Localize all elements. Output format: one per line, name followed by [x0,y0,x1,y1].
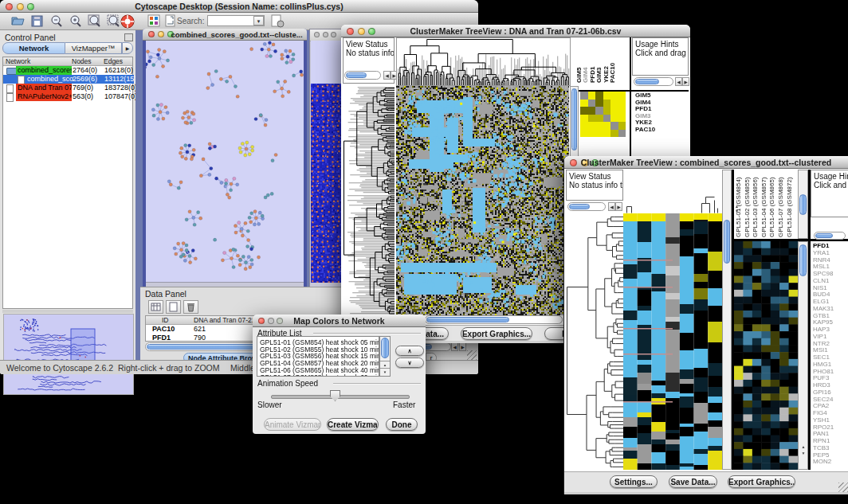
attribute-listbox[interactable]: GPL51-01 (GSM854) heat shock 05 minGPL51… [257,336,379,377]
minimize-icon[interactable] [323,32,328,37]
tab-vizmapper[interactable]: VizMapper™ [65,42,122,54]
tv2-gene-list: PFD1YRA1RNR4MSL1SPC98CLN1NIS1BUD4ELG1MAK… [811,242,848,470]
preview-icon[interactable] [164,14,178,28]
panel-divider-handle[interactable] [2,310,133,313]
tv2-column-dendrogram[interactable] [623,170,722,213]
tv2-usage-scrollbar[interactable] [814,232,846,240]
create-attribute-button[interactable] [166,300,181,314]
network-overview[interactable] [3,314,134,395]
scroll-left-button[interactable]: ◀ [675,77,682,86]
export-graphics-button[interactable]: Export Graphics... [728,475,795,488]
tv1-column-dendrogram[interactable] [396,37,571,86]
network-table-row[interactable]: combined_sco2569(6)13112(15) [3,75,134,84]
tv2-zoom-heatmap[interactable] [734,241,798,470]
tv2-vscrollbar[interactable] [722,170,732,470]
network-window-inactive[interactable] [309,29,344,288]
treeview2-window: ClusterMaker TreeView : combined_scores_… [563,156,848,494]
search-dropdown-button[interactable]: ▼ [253,16,264,25]
export-graphics-button[interactable]: Export Graphics... [461,327,532,340]
tv1-usage-hints: Usage Hints Click and drag to [632,37,689,76]
vizmapper-icon[interactable] [147,14,161,28]
list-scrollbar[interactable]: ▲ ▼ [379,336,391,377]
tv1-title-bar[interactable]: ClusterMaker TreeView : DNA and Tran 07-… [341,25,690,37]
attribute-select-button[interactable] [148,300,163,314]
save-data-button[interactable]: Save Data... [669,475,717,488]
scroll-down-button[interactable]: ▼ [380,368,390,376]
network-table-row[interactable]: RNAPuberNov2+!563(0)107847(0) [3,92,134,101]
tv1-row-dendrogram[interactable] [343,86,395,315]
view-status-text: No status info f [344,49,394,57]
tab-overflow-button[interactable]: ▶ [122,42,133,54]
animate-vizmapbutton[interactable]: Animate Vizmap [264,418,321,431]
tv2-label-scrollbar[interactable] [798,170,808,239]
scroll-left-button[interactable]: ◀ [451,342,458,351]
create-vizmapbutton[interactable]: Create Vizmap [327,418,379,431]
tv1-usage-scrollbar[interactable] [634,77,673,86]
attribute-item[interactable]: GPL51-07 (GSM868) heat shock 60 min [260,373,379,377]
main-title-bar[interactable]: Cytoscape Desktop (Session Name: collins… [0,0,478,13]
window-resize-grip[interactable] [838,483,848,492]
dialog-title: Map Colors to Network [253,316,426,326]
matrix-cell [610,107,618,115]
zoom-out-icon[interactable] [49,14,64,28]
help-icon[interactable] [120,14,135,29]
matrix-cell [595,100,603,107]
zoom-icon[interactable] [331,32,336,37]
col-edges[interactable]: Edges [104,57,123,65]
col-nodes[interactable]: Nodes [72,57,92,65]
delete-attribute-button[interactable] [183,300,198,314]
scroll-up-icon[interactable]: ▲▼ [735,204,739,213]
tv1-status-scrollbar[interactable] [344,71,381,80]
tab-network[interactable]: Network [2,42,65,54]
scroll-left-button[interactable]: ◀ [608,202,615,211]
column-label: GPL51-06 (GSM865) [768,177,775,237]
zoom-fit-icon[interactable] [88,14,102,28]
annotate-icon[interactable] [271,14,285,28]
move-up-button[interactable]: ∧ [395,346,424,356]
edges-count: 107847(0) [104,92,137,101]
tv2-usage-hints: Usage Hints Click and dr [811,170,848,217]
tv1-heatmap[interactable] [396,86,569,315]
minimize-icon[interactable] [158,31,164,37]
row-value: 621 [194,325,206,333]
nodes-count: 769(0) [73,84,93,92]
gene-label: PAC10 [635,127,655,134]
speed-slider-track[interactable] [271,395,410,399]
move-down-button[interactable]: ∨ [395,357,424,368]
donebutton[interactable]: Done [386,418,418,431]
close-icon[interactable] [314,32,320,37]
tv1-similarity-matrix[interactable] [580,92,626,137]
window-resize-grip[interactable] [467,350,477,360]
settings-button[interactable]: Settings... [610,475,658,488]
scroll-right-button[interactable]: ▶ [615,202,622,211]
tv2-zoom-scrollbar[interactable]: ▲▼ [798,241,808,470]
col-network[interactable]: Network [6,57,30,65]
tv2-status-scrollbar[interactable] [567,202,606,211]
tv2-title-bar[interactable]: ClusterMaker TreeView : combined_scores_… [564,156,848,169]
save-icon[interactable] [30,14,45,28]
float-panel-icon[interactable] [124,33,133,41]
dialog-title-bar[interactable]: Map Colors to Network [253,315,426,327]
scroll-right-button[interactable]: ▶ [459,342,466,351]
scroll-arrows[interactable]: ▲▼ [799,443,807,456]
speed-slider-thumb[interactable] [330,390,340,401]
usage-hints-text: Click and drag to [633,49,688,57]
matrix-cell [588,130,596,138]
zoom-in-icon[interactable] [69,14,83,28]
network-window[interactable]: combined_scores_good.txt--cluste... [143,29,307,288]
tv1-hscrollbar[interactable] [425,315,563,324]
col-id[interactable]: ID [162,316,169,324]
close-icon[interactable] [148,31,155,37]
network-table-row[interactable]: DNA and Tran 07769(0)183728(0) [3,84,134,92]
network-graph-view[interactable] [146,41,304,282]
matrix-cell [588,122,596,130]
open-file-icon[interactable] [10,14,26,28]
tv2-row-dendrogram[interactable] [566,213,623,470]
scroll-right-button[interactable]: ▶ [682,77,689,86]
tv2-heatmap[interactable] [623,213,722,470]
control-panel: Control Panel Network VizMapper™ ▶ Netwo… [0,30,135,360]
scroll-left-button[interactable]: ◀ [383,71,391,80]
network-table-row[interactable]: combined_scores2764(0)16218(0) [3,66,134,75]
dense-network-view[interactable] [311,84,343,283]
gene-label[interactable]: MON2 [813,459,831,466]
